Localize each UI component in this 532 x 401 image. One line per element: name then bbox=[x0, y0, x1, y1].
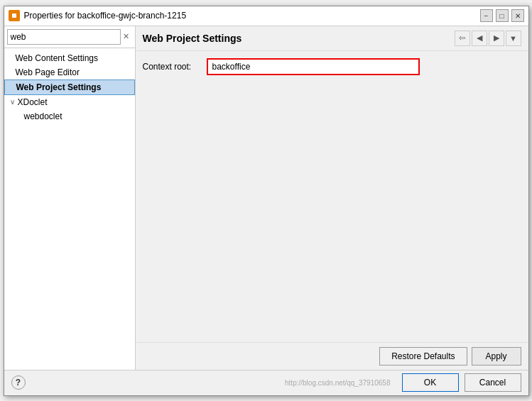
context-root-input[interactable] bbox=[207, 58, 420, 75]
maximize-button[interactable]: □ bbox=[496, 9, 509, 22]
footer-watermark: http://blog.csdn.net/qq_37910658 bbox=[285, 379, 390, 387]
apply-button[interactable]: Apply bbox=[472, 347, 521, 366]
restore-apply-bar: Restore Defaults Apply bbox=[136, 342, 528, 370]
toolbar-back-button[interactable]: ◀ bbox=[472, 31, 487, 46]
tree-item-xdoclet[interactable]: ∨ XDoclet bbox=[4, 95, 135, 109]
search-input[interactable] bbox=[7, 29, 121, 45]
toolbar-dropdown-button[interactable]: ▼ bbox=[506, 31, 521, 46]
restore-defaults-button[interactable]: Restore Defaults bbox=[379, 347, 467, 366]
right-toolbar: ⇦ ◀ ▶ ▼ bbox=[455, 31, 521, 46]
right-header: Web Project Settings ⇦ ◀ ▶ ▼ bbox=[136, 26, 528, 51]
window-controls: − □ ✕ bbox=[480, 9, 524, 22]
toolbar-navigate-home[interactable]: ⇦ bbox=[455, 31, 470, 46]
close-button[interactable]: ✕ bbox=[511, 9, 524, 22]
right-content: Context root: bbox=[136, 51, 528, 342]
context-root-row: Context root: bbox=[143, 58, 521, 75]
cancel-button[interactable]: Cancel bbox=[465, 373, 521, 392]
search-bar: ✕ bbox=[4, 26, 135, 48]
toolbar-forward-button[interactable]: ▶ bbox=[489, 31, 504, 46]
right-panel-title: Web Project Settings bbox=[143, 33, 242, 44]
search-clear-button[interactable]: ✕ bbox=[121, 31, 132, 43]
help-button[interactable]: ? bbox=[11, 375, 26, 390]
tree-item-webdoclet[interactable]: webdoclet bbox=[4, 109, 135, 123]
minimize-button[interactable]: − bbox=[480, 9, 493, 22]
svg-rect-1 bbox=[12, 13, 16, 18]
left-panel: ✕ Web Content Settings Web Page Editor W… bbox=[4, 26, 136, 370]
tree-item-web-page-editor[interactable]: Web Page Editor bbox=[4, 65, 135, 79]
window-icon bbox=[9, 10, 20, 21]
ok-button[interactable]: OK bbox=[402, 373, 459, 392]
dialog-footer: ? http://blog.csdn.net/qq_37910658 OK Ca… bbox=[4, 370, 528, 395]
tree-item-web-project-settings[interactable]: Web Project Settings bbox=[4, 79, 135, 95]
tree-list: Web Content Settings Web Page Editor Web… bbox=[4, 48, 135, 370]
title-bar: Properties for backoffice-gwjc-branch-12… bbox=[4, 6, 528, 26]
right-panel: Web Project Settings ⇦ ◀ ▶ ▼ Context roo… bbox=[136, 26, 528, 370]
window-title: Properties for backoffice-gwjc-branch-12… bbox=[24, 11, 480, 21]
context-root-label: Context root: bbox=[143, 62, 207, 72]
dialog-body: ✕ Web Content Settings Web Page Editor W… bbox=[4, 26, 528, 370]
tree-item-web-content-settings[interactable]: Web Content Settings bbox=[4, 51, 135, 65]
ok-cancel-buttons: OK Cancel bbox=[402, 373, 521, 392]
dialog-window: Properties for backoffice-gwjc-branch-12… bbox=[4, 6, 529, 396]
xdoclet-chevron: ∨ bbox=[10, 98, 15, 106]
